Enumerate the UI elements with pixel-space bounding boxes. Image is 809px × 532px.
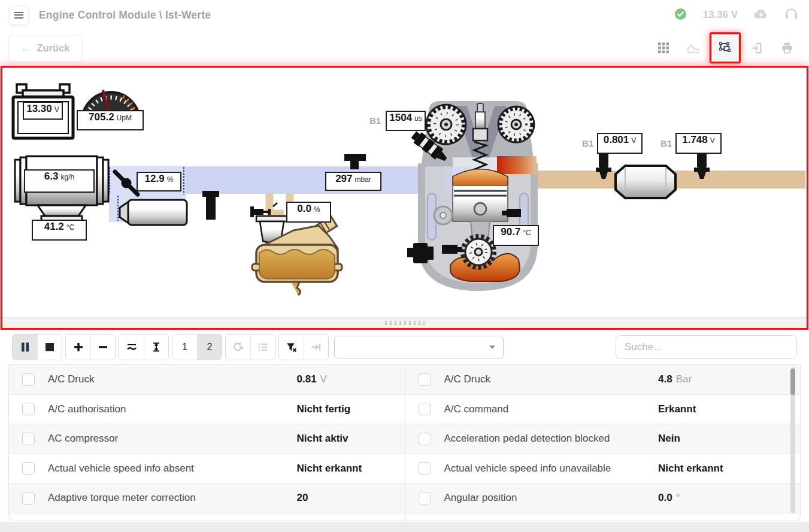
minus-icon <box>97 341 109 353</box>
row-checkbox[interactable] <box>419 462 431 475</box>
one-column-button[interactable]: 1 <box>172 335 197 360</box>
table-row[interactable]: Adaptive torque meter correction 20 <box>9 484 405 513</box>
table-row[interactable]: Angular position 0.0° <box>405 484 801 513</box>
connection-ok-icon <box>674 8 687 23</box>
pause-button[interactable] <box>13 335 37 360</box>
chart-view-button[interactable] <box>680 34 707 62</box>
two-columns-button[interactable]: 2 <box>197 335 222 360</box>
curve-chart-icon <box>686 41 701 54</box>
arrow-to-bar-icon <box>310 341 322 353</box>
refresh-x-icon <box>232 341 244 353</box>
table-row[interactable]: A/C authorisation Nicht fertig <box>9 395 405 425</box>
table-row[interactable]: AC compressor Nicht aktiv <box>9 424 405 454</box>
row-checkbox[interactable] <box>419 433 431 445</box>
panel-resize-handle[interactable] <box>2 317 807 328</box>
o2-pre-label: 0.801V <box>597 133 643 154</box>
menu-button[interactable] <box>9 5 29 25</box>
grip-dots-icon <box>385 323 425 325</box>
grid-icon <box>657 41 670 54</box>
cloud-download-icon[interactable] <box>753 8 769 22</box>
export-button[interactable] <box>743 34 771 62</box>
action-toolbar: ← Zurück <box>0 30 809 66</box>
export-icon <box>750 41 764 54</box>
page-title: Engine Control Module \ Ist-Werte <box>39 9 211 22</box>
top-bar: Engine Control Module \ Ist-Werte 13.36 … <box>0 0 809 30</box>
catalytic-converter-icon <box>616 166 675 198</box>
table-column-left: A/C Druck 0.81V A/C authorisation Nicht … <box>9 365 405 521</box>
intake-temp-sensor-icon <box>202 191 219 220</box>
table-row[interactable]: Actual vehicle speed info unavailable Ni… <box>405 454 801 484</box>
selection-schematic-icon <box>718 41 732 55</box>
battery-voltage-label: 13.30V <box>23 102 63 120</box>
reset-values-button[interactable] <box>226 335 250 360</box>
o2-post-label: 1.748V <box>675 133 722 154</box>
battery-voltage-status: 13.36 V <box>702 9 738 21</box>
smooth-curve-button[interactable] <box>119 335 144 360</box>
table-scrollbar[interactable] <box>790 367 795 513</box>
live-values-table: A/C Druck 0.81V A/C authorisation Nicht … <box>8 364 801 521</box>
row-checkbox[interactable] <box>22 492 35 504</box>
engine-schematic: 13.30V 705.2UpM 6.3kg/h 41.2°C 12.9% 297… <box>2 68 807 317</box>
goto-end-button[interactable] <box>304 335 328 360</box>
list-icon <box>257 341 269 353</box>
table-row[interactable]: Actual vehicle speed info absent Nicht e… <box>9 454 405 484</box>
hamburger-icon <box>14 12 23 19</box>
row-checkbox[interactable] <box>22 373 35 386</box>
clear-filter-button[interactable] <box>279 335 304 360</box>
stop-icon <box>44 342 55 352</box>
stop-button[interactable] <box>37 335 62 360</box>
scrollbar-thumb[interactable] <box>790 369 795 395</box>
live-values-toolbar: 1 2 <box>0 330 809 364</box>
back-arrow-icon: ← <box>21 42 31 54</box>
row-checkbox[interactable] <box>22 403 35 415</box>
rpm-label: 705.2UpM <box>77 110 144 130</box>
bottom-strip <box>0 522 809 532</box>
height-range-icon <box>150 341 162 353</box>
row-checkbox[interactable] <box>419 403 431 415</box>
wave-overline-icon <box>125 341 138 353</box>
coolant-temp-label: 90.7°C <box>493 225 539 246</box>
cam-gear-right-icon <box>498 107 534 142</box>
egr-label: 0.0% <box>286 202 331 223</box>
headset-icon[interactable] <box>784 7 798 23</box>
row-checkbox[interactable] <box>419 373 431 386</box>
table-row[interactable]: A/C command Erkannt <box>405 395 801 425</box>
print-button[interactable] <box>773 34 801 62</box>
idle-valve-icon <box>120 200 187 225</box>
select-list-button[interactable] <box>250 335 275 360</box>
zoom-in-button[interactable] <box>66 335 90 360</box>
back-button[interactable]: ← Zurück <box>8 35 83 62</box>
row-checkbox[interactable] <box>22 433 35 445</box>
schematic-panel: 13.30V 705.2UpM 6.3kg/h 41.2°C 12.9% 297… <box>1 66 808 330</box>
grip-dots-icon <box>385 321 425 323</box>
grid-view-button[interactable] <box>650 34 677 62</box>
chevron-down-icon <box>489 345 496 349</box>
o2-pre-bank-label: B1 <box>582 138 593 148</box>
table-row[interactable]: Acceleration pedal detection blocked Nei… <box>405 424 801 454</box>
schematic-view-button[interactable] <box>711 34 739 62</box>
row-checkbox[interactable] <box>419 492 431 504</box>
maf-label: 6.3kg/h <box>24 169 95 193</box>
manifold-pressure-label: 297mbar <box>325 172 381 191</box>
row-checkbox[interactable] <box>22 462 35 475</box>
table-column-right: A/C Druck 4.8Bar A/C command Erkannt Acc… <box>405 365 801 521</box>
injection-bank-label: B1 <box>369 115 381 126</box>
plus-icon <box>72 341 84 353</box>
printer-icon <box>780 41 794 54</box>
o2-post-bank-label: B1 <box>660 138 672 148</box>
pause-icon <box>20 342 31 352</box>
highlight-frame <box>710 32 741 63</box>
group-select-dropdown[interactable] <box>334 336 504 358</box>
injection-time-label: 1504us <box>386 111 426 131</box>
filter-x-icon <box>285 341 298 353</box>
search-input[interactable] <box>616 335 797 359</box>
cam-gear-left-icon <box>426 105 466 144</box>
intake-temp-label: 41.2°C <box>32 220 87 241</box>
table-row[interactable]: A/C Druck 4.8Bar <box>405 365 801 395</box>
zoom-out-button[interactable] <box>90 335 115 360</box>
throttle-label: 12.9% <box>137 172 181 191</box>
fit-height-button[interactable] <box>144 335 168 360</box>
table-row[interactable]: A/C Druck 0.81V <box>9 365 405 395</box>
engine-icon <box>407 101 538 291</box>
